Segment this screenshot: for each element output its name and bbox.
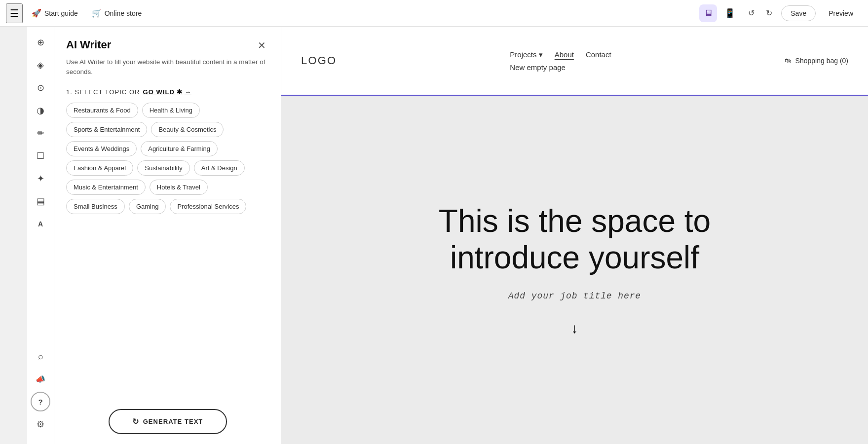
step-text: 1. SELECT TOPIC OR [66, 88, 140, 96]
sidebar-apps[interactable]: ⊙ [31, 78, 50, 98]
hamburger-menu[interactable]: ☰ [6, 3, 23, 23]
cart-icon: 🛍 [785, 57, 792, 65]
nav-about[interactable]: About [555, 50, 574, 59]
sidebar-settings[interactable]: ⚙ [31, 414, 50, 434]
topic-restaurants[interactable]: Restaurants & Food [66, 103, 138, 118]
sidebar-theme[interactable]: ◑ [31, 101, 50, 120]
topic-gaming[interactable]: Gaming [129, 199, 166, 214]
site-nav: LOGO Projects ▾ About Contact New empty … [281, 27, 868, 96]
top-bar: ☰ 🚀 Start guide 🛒 Online store 🖥 📱 ↺ ↻ S… [0, 0, 868, 27]
online-store-icon: 🛒 [92, 8, 102, 18]
go-wild-label: GO WILD [143, 88, 175, 96]
topic-fashion[interactable]: Fashion & Apparel [66, 160, 133, 176]
sidebar-search[interactable]: ⌕ [31, 346, 50, 366]
topic-events[interactable]: Events & Weddings [66, 141, 137, 156]
topic-grid: Restaurants & Food Health & Living Sport… [66, 103, 269, 214]
preview-button[interactable]: Preview [820, 6, 862, 21]
sidebar-translate[interactable]: A [31, 214, 50, 234]
topic-hotels[interactable]: Hotels & Travel [150, 180, 208, 195]
step-label: 1. SELECT TOPIC OR GO WILD ✱ → [66, 88, 269, 96]
generate-text-button[interactable]: ↻ GENERATE TEXT [109, 409, 227, 434]
topic-professional[interactable]: Professional Services [170, 199, 246, 214]
nav-contact[interactable]: Contact [586, 50, 611, 59]
ai-writer-panel: AI Writer ✕ Use AI Writer to fill your w… [54, 27, 281, 444]
start-guide-label: Start guide [44, 9, 78, 17]
sidebar-marketing[interactable]: 📣 [31, 369, 50, 389]
nav-projects[interactable]: Projects ▾ [510, 50, 542, 59]
topic-agriculture[interactable]: Agriculture & Farming [141, 141, 218, 156]
sidebar-pages[interactable]: ☐ [31, 146, 50, 166]
generate-icon: ↻ [132, 417, 139, 426]
topic-sustainability[interactable]: Sustainability [137, 160, 190, 176]
cart-label: Shopping bag (0) [795, 57, 848, 65]
online-store-label: Online store [105, 9, 142, 17]
hero-subtitle: Add your job title here [508, 291, 641, 301]
generate-label: GENERATE TEXT [143, 418, 203, 425]
hero-title: This is the space to introduce yourself [402, 203, 748, 276]
close-panel-button[interactable]: ✕ [255, 38, 269, 52]
sidebar-help[interactable]: ? [31, 392, 50, 411]
mobile-view-btn[interactable]: 📱 [721, 4, 739, 22]
ai-panel-title: AI Writer [66, 38, 111, 51]
hero-section: This is the space to introduce yourself … [281, 96, 868, 444]
ai-panel-description: Use AI Writer to fill your website with … [66, 57, 269, 77]
desktop-view-btn[interactable]: 🖥 [699, 4, 717, 22]
topic-small-business[interactable]: Small Business [66, 199, 125, 214]
preview-area: LOGO Projects ▾ About Contact New empty … [281, 27, 868, 444]
site-nav-row-1: Projects ▾ About Contact [510, 50, 611, 59]
sidebar-ai[interactable]: ✦ [31, 169, 50, 188]
sidebar-add[interactable]: ⊕ [31, 33, 50, 52]
start-guide-icon: 🚀 [32, 8, 41, 18]
sidebar-edit[interactable]: ✏ [31, 123, 50, 143]
top-bar-right: 🖥 📱 ↺ ↻ Save Preview [699, 4, 862, 22]
sidebar-analytics[interactable]: ▤ [31, 191, 50, 211]
topic-beauty[interactable]: Beauty & Cosmetics [151, 122, 224, 137]
site-cart[interactable]: 🛍 Shopping bag (0) [785, 57, 848, 65]
hero-arrow: ↓ [571, 321, 578, 336]
site-nav-row-2: New empty page [510, 63, 611, 72]
arrow-icon: → [185, 88, 191, 96]
sidebar-bottom: ⌕ 📣 ? ⚙ [31, 346, 50, 438]
main-wrapper: ⊕ ◈ ⊙ ◑ ✏ ☐ ✦ ▤ A ⌕ 📣 ? ⚙ AI Writer ✕ Us… [27, 27, 868, 444]
undo-btn[interactable]: ↺ [743, 5, 759, 22]
go-wild-icon: ✱ [177, 88, 183, 96]
topic-art[interactable]: Art & Design [194, 160, 245, 176]
redo-btn[interactable]: ↻ [760, 5, 777, 22]
save-button[interactable]: Save [781, 5, 816, 21]
icon-bar: ⊕ ◈ ⊙ ◑ ✏ ☐ ✦ ▤ A ⌕ 📣 ? ⚙ [27, 27, 54, 444]
website-preview: LOGO Projects ▾ About Contact New empty … [281, 27, 868, 444]
site-nav-links: Projects ▾ About Contact New empty page [510, 50, 611, 72]
start-guide-link[interactable]: 🚀 Start guide [27, 5, 83, 21]
site-logo: LOGO [301, 54, 337, 67]
online-store-link[interactable]: 🛒 Online store [87, 5, 147, 21]
undo-redo-group: ↺ ↻ [743, 5, 777, 22]
go-wild-link[interactable]: GO WILD ✱ → [143, 88, 191, 96]
sidebar-layers[interactable]: ◈ [31, 55, 50, 75]
topic-sports[interactable]: Sports & Entertainment [66, 122, 147, 137]
topic-music[interactable]: Music & Entertainment [66, 180, 146, 195]
nav-new-page[interactable]: New empty page [510, 63, 566, 72]
ai-panel-header: AI Writer ✕ [66, 38, 269, 52]
top-bar-left: ☰ 🚀 Start guide 🛒 Online store [6, 3, 695, 23]
topic-health[interactable]: Health & Living [142, 103, 200, 118]
